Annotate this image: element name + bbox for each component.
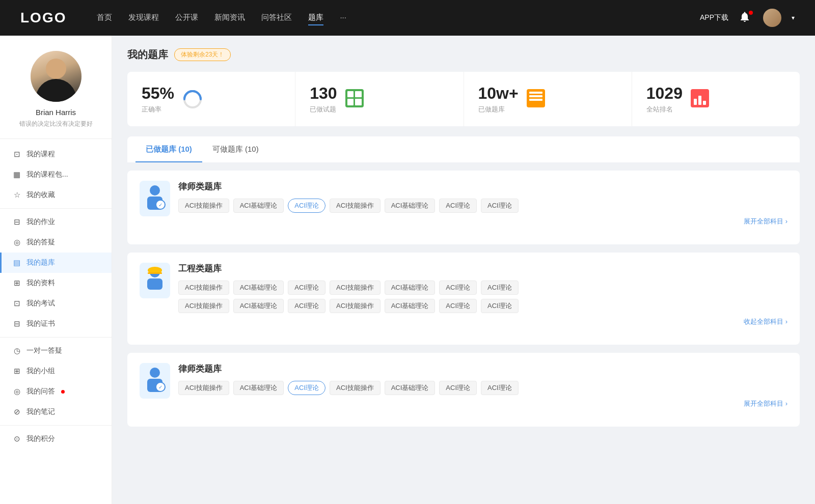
law2-tag-3[interactable]: ACI技能操作 <box>330 381 381 395</box>
tag-1[interactable]: ACI基础理论 <box>233 199 284 213</box>
sidebar-item-my-favorites[interactable]: ☆ 我的收藏 <box>0 185 112 205</box>
nav-open-course[interactable]: 公开课 <box>175 11 198 25</box>
logo: LOGO <box>20 10 66 26</box>
user-name: Brian Harris <box>36 108 76 117</box>
sidebar-label-my-exam: 我的考试 <box>26 299 55 308</box>
eng-tag2-4[interactable]: ACI基础理论 <box>385 299 436 313</box>
tab-done[interactable]: 已做题库 (10) <box>135 136 202 162</box>
sidebar-item-my-courses[interactable]: ⊡ 我的课程 <box>0 144 112 164</box>
profile-icon: ⊞ <box>12 278 21 288</box>
eng-tag2-3[interactable]: ACI技能操作 <box>330 299 381 313</box>
qbank-content-lawyer-1: 律师类题库 ACI技能操作 ACI基础理论 ACI理论 ACI技能操作 ACI基… <box>178 181 787 226</box>
sidebar-item-one-on-one[interactable]: ◷ 一对一答疑 <box>0 341 112 361</box>
qbank-header-lawyer-1: ✓ 律师类题库 ACI技能操作 ACI基础理论 ACI理论 ACI技能操作 AC… <box>140 181 787 226</box>
stat-rank-label: 全站排名 <box>646 105 683 114</box>
law2-tag-0[interactable]: ACI技能操作 <box>178 381 229 395</box>
nav-news[interactable]: 新闻资讯 <box>214 11 245 25</box>
eng-tag2-1[interactable]: ACI基础理论 <box>233 299 284 313</box>
sidebar-item-my-profile[interactable]: ⊞ 我的资料 <box>0 273 112 293</box>
stat-done-questions-value: 130 <box>310 84 337 103</box>
sidebar-item-my-notes[interactable]: ⊘ 我的笔记 <box>0 402 112 422</box>
qbank-card-engineer-1: 工程类题库 ACI技能操作 ACI基础理论 ACI理论 ACI技能操作 ACI基… <box>127 253 800 345</box>
tag-6[interactable]: ACI理论 <box>481 199 519 213</box>
coursepack-icon: ▦ <box>12 170 21 179</box>
eng-tag-4[interactable]: ACI基础理论 <box>385 281 436 295</box>
sidebar-divider-1 <box>0 208 112 209</box>
eng-tag-2[interactable]: ACI理论 <box>288 281 325 295</box>
sidebar-label-my-course-pack: 我的课程包... <box>26 170 68 179</box>
qbank-content-engineer-1: 工程类题库 ACI技能操作 ACI基础理论 ACI理论 ACI技能操作 ACI基… <box>178 263 787 326</box>
nav-home[interactable]: 首页 <box>97 11 112 25</box>
tags-row-engineer-1-row2: ACI技能操作 ACI基础理论 ACI理论 ACI技能操作 ACI基础理论 AC… <box>178 299 787 313</box>
sidebar-item-my-qbank[interactable]: ▤ 我的题库 <box>0 253 112 273</box>
eng-tag2-5[interactable]: ACI理论 <box>439 299 477 313</box>
eng-tag-3[interactable]: ACI技能操作 <box>330 281 381 295</box>
notification-bell[interactable] <box>739 11 753 25</box>
bar-3 <box>703 101 706 105</box>
nav-more[interactable]: ··· <box>340 11 346 25</box>
accuracy-icon <box>182 89 203 109</box>
sidebar-item-my-points[interactable]: ⊙ 我的积分 <box>0 429 112 449</box>
user-avatar-nav[interactable] <box>763 9 781 27</box>
nav-discover[interactable]: 发现课程 <box>128 11 159 25</box>
law2-tag-6[interactable]: ACI理论 <box>481 381 519 395</box>
stat-accuracy-label: 正确率 <box>142 105 174 114</box>
sidebar-item-my-homework[interactable]: ⊟ 我的作业 <box>0 212 112 232</box>
sidebar-label-my-qbank: 我的题库 <box>26 258 55 267</box>
eng-tag-0[interactable]: ACI技能操作 <box>178 281 229 295</box>
collapse-link-engineer-1[interactable]: 收起全部科目 <box>178 313 787 326</box>
nav-qa[interactable]: 问答社区 <box>261 11 292 25</box>
notification-dot <box>749 11 753 15</box>
tags-row-lawyer-1: ACI技能操作 ACI基础理论 ACI理论 ACI技能操作 ACI基础理论 AC… <box>178 199 787 213</box>
qbank-title-engineer-1: 工程类题库 <box>178 263 787 274</box>
navbar-right: APP下载 ▾ <box>700 9 795 27</box>
engineer-svg-1 <box>142 265 168 296</box>
sidebar-item-my-qa[interactable]: ◎ 我的答疑 <box>0 232 112 253</box>
tag-3[interactable]: ACI技能操作 <box>330 199 381 213</box>
tag-5[interactable]: ACI理论 <box>439 199 477 213</box>
stat-done-banks-label: 已做题库 <box>478 105 519 114</box>
law2-tag-1[interactable]: ACI基础理论 <box>233 381 284 395</box>
page-title: 我的题库 <box>127 48 168 62</box>
sidebar-label-my-cert: 我的证书 <box>26 319 55 328</box>
eng-tag-1[interactable]: ACI基础理论 <box>233 281 284 295</box>
sidebar-item-my-cert[interactable]: ⊟ 我的证书 <box>0 314 112 334</box>
courses-icon: ⊡ <box>12 150 21 159</box>
sidebar-label-one-on-one: 一对一答疑 <box>26 346 62 355</box>
nav-qbank[interactable]: 题库 <box>308 11 323 25</box>
eng-tag2-0[interactable]: ACI技能操作 <box>178 299 229 313</box>
sidebar-label-my-notes: 我的笔记 <box>26 407 55 416</box>
questions-icon: ◎ <box>12 387 21 396</box>
tag-0[interactable]: ACI技能操作 <box>178 199 229 213</box>
sidebar-item-my-group[interactable]: ⊞ 我的小组 <box>0 361 112 381</box>
sidebar-label-my-qa: 我的答疑 <box>26 238 55 247</box>
tag-4[interactable]: ACI基础理论 <box>385 199 436 213</box>
tag-2-active[interactable]: ACI理论 <box>288 199 325 213</box>
eng-tag2-2[interactable]: ACI理论 <box>288 299 325 313</box>
sidebar-label-my-questions: 我的问答 <box>26 387 55 396</box>
sidebar-item-my-exam[interactable]: ⊡ 我的考试 <box>0 293 112 314</box>
eng-tag-6[interactable]: ACI理论 <box>481 281 519 295</box>
expand-link-lawyer-2[interactable]: 展开全部科目 <box>178 395 787 408</box>
svg-rect-11 <box>148 272 162 274</box>
trial-badge: 体验剩余23天！ <box>174 48 231 61</box>
app-download[interactable]: APP下载 <box>700 13 728 22</box>
law2-tag-2-active[interactable]: ACI理论 <box>288 381 325 395</box>
sidebar-label-my-group: 我的小组 <box>26 367 55 376</box>
tags-row-lawyer-2: ACI技能操作 ACI基础理论 ACI理论 ACI技能操作 ACI基础理论 AC… <box>178 381 787 395</box>
favorites-icon: ☆ <box>12 190 21 200</box>
group-icon: ⊞ <box>12 367 21 376</box>
stats-row: 55% 正确率 130 已做试题 <box>127 72 800 126</box>
tags-row-engineer-1-row1: ACI技能操作 ACI基础理论 ACI理论 ACI技能操作 ACI基础理论 AC… <box>178 281 787 295</box>
sidebar-item-my-course-pack[interactable]: ▦ 我的课程包... <box>0 164 112 185</box>
user-menu-chevron[interactable]: ▾ <box>792 14 795 21</box>
law2-tag-4[interactable]: ACI基础理论 <box>385 381 436 395</box>
eng-tag-5[interactable]: ACI理论 <box>439 281 477 295</box>
sidebar-item-my-questions[interactable]: ◎ 我的问答 <box>0 381 112 402</box>
expand-link-lawyer-1[interactable]: 展开全部科目 <box>178 213 787 226</box>
eng-tag2-6[interactable]: ACI理论 <box>481 299 519 313</box>
qa-icon: ◎ <box>12 238 21 247</box>
tab-available[interactable]: 可做题库 (10) <box>202 136 269 162</box>
navbar: LOGO 首页 发现课程 公开课 新闻资讯 问答社区 题库 ··· APP下载 … <box>0 0 815 36</box>
law2-tag-5[interactable]: ACI理论 <box>439 381 477 395</box>
